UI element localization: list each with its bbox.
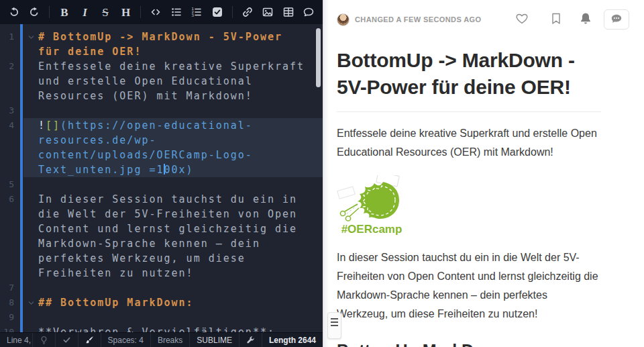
line-number: 2	[0, 59, 17, 74]
strikethrough-icon: S	[102, 7, 108, 18]
editor-pane: BISH123 1# BottomUp -> MarkDown - 5V-Pow…	[0, 0, 323, 347]
editor-line: und erstelle Open Educational	[23, 74, 323, 89]
fold-chevron-icon	[23, 236, 38, 251]
wrench-icon	[246, 336, 255, 344]
preview-pane: CHANGED A FEW SECONDS AGO BottomUp -> Ma…	[323, 0, 644, 347]
undo-icon	[9, 7, 19, 17]
line-number	[0, 133, 17, 148]
editor-row[interactable]: 10**Verwahren & Vervielfältigen**:	[0, 325, 323, 332]
toolbar-unordered-list-button[interactable]	[166, 3, 186, 21]
code-text: ## BottomUp MarkDown:	[38, 295, 194, 310]
active-line: Text_unten.jpg =100x)	[23, 162, 323, 177]
editor-scrollbar-thumb[interactable]	[316, 28, 321, 87]
code-editor[interactable]: 1# BottomUp -> MarkDown - 5V-Powerfür de…	[0, 24, 323, 332]
fold-chevron-icon	[23, 44, 38, 59]
toolbar-strikethrough-button[interactable]: S	[95, 3, 115, 21]
line-number: 7	[0, 281, 17, 295]
comments-button[interactable]	[604, 9, 629, 30]
line-number: 5	[0, 177, 17, 192]
check-list-icon	[212, 7, 223, 17]
editor-row[interactable]: 2Entfessele deine kreative Superkraft	[0, 59, 323, 74]
fold-chevron-icon	[23, 251, 38, 266]
editor-row[interactable]: 1# BottomUp -> MarkDown - 5V-Power	[0, 30, 323, 44]
fold-chevron-icon	[23, 177, 38, 192]
code-token: die Welt der 5V-Freiheiten von Open	[38, 208, 297, 220]
markdown-editor-app: BISH123 1# BottomUp -> MarkDown - 5V-Pow…	[0, 0, 644, 347]
toolbar-ordered-list-button[interactable]: 123	[187, 3, 207, 21]
code-token: **Verwahren & Vervielfältigen**:	[38, 326, 275, 332]
editor-row[interactable]: 4![](https://open-educational-	[0, 118, 323, 133]
toolbar-image-button[interactable]	[258, 3, 278, 21]
code-text: In dieser Session tauchst du ein in	[38, 192, 297, 207]
line-number	[0, 266, 17, 281]
editor-row[interactable]: Text_unten.jpg =100x)	[0, 162, 323, 177]
editor-line	[23, 177, 323, 192]
statusbar-theme[interactable]	[78, 333, 101, 347]
editor-row[interactable]: 6In dieser Session tauchst du ein in	[0, 192, 323, 207]
editor-row[interactable]: Freiheiten zu nutzen!	[0, 266, 323, 281]
like-button[interactable]	[515, 12, 529, 28]
redo-icon	[29, 7, 40, 17]
toolbar-comment-button[interactable]	[299, 3, 319, 21]
bookmark-icon	[549, 12, 563, 28]
editor-row[interactable]: perfektes Werkzeug, um diese	[0, 251, 323, 266]
last-changed-label: CHANGED A FEW SECONDS AGO	[355, 15, 481, 23]
editor-row[interactable]: 3	[0, 103, 323, 118]
code-text: content/uploads/OERCamp-Logo-	[38, 148, 253, 162]
editor-row[interactable]: die Welt der 5V-Freiheiten von Open	[0, 207, 323, 221]
editor-row[interactable]: content/uploads/OERCamp-Logo-	[0, 148, 323, 162]
code-icon	[150, 7, 161, 17]
bold-icon: B	[60, 7, 68, 18]
editor-row[interactable]: Content und lernst gleichzeitig die	[0, 221, 323, 236]
statusbar-settings[interactable]	[239, 333, 262, 347]
editor-line: In dieser Session tauchst du ein in	[23, 192, 323, 207]
line-number	[0, 207, 17, 221]
toolbar-bold-button[interactable]: B	[54, 3, 74, 21]
line-number: 1	[0, 30, 17, 44]
toolbar-table-button[interactable]	[278, 3, 299, 21]
line-number	[0, 148, 17, 162]
editor-row[interactable]: Markdown-Sprache kennen – dein	[0, 236, 323, 251]
toolbar-italic-button[interactable]: I	[75, 3, 95, 21]
document-title: BottomUp -> MarkDown - 5V-Power für dein…	[337, 47, 601, 112]
line-number	[0, 221, 17, 236]
statusbar-hint[interactable]	[33, 333, 56, 347]
code-text: die Welt der 5V-Freiheiten von Open	[38, 207, 297, 221]
editor-row[interactable]: resources.de/wp-	[0, 133, 323, 148]
toc-toggle-button[interactable]	[327, 312, 341, 339]
code-token: # BottomUp -> MarkDown - 5V-Power	[38, 31, 282, 43]
avatar[interactable]	[337, 13, 350, 26]
code-text: # BottomUp -> MarkDown - 5V-Power	[38, 30, 282, 44]
code-text: Text_unten.jpg =100x)	[38, 162, 194, 177]
editor-row[interactable]: 8## BottomUp MarkDown:	[0, 295, 323, 310]
line-number: 4	[0, 118, 17, 133]
toolbar-code-button[interactable]	[146, 3, 166, 21]
toolbar-link-button[interactable]	[237, 3, 258, 21]
bookmark-button[interactable]	[549, 12, 563, 28]
editor-row[interactable]: 7	[0, 281, 323, 295]
code-token: Content und lernst gleichzeitig die	[38, 223, 297, 235]
statusbar-spellcheck[interactable]	[56, 333, 78, 347]
fold-chevron-icon[interactable]	[23, 30, 38, 44]
toolbar-heading-button[interactable]: H	[116, 3, 136, 21]
comment-icon	[303, 7, 314, 17]
editor-row[interactable]: 9	[0, 310, 323, 325]
toolbar-check-list-button[interactable]	[207, 3, 227, 21]
editor-row[interactable]: und erstelle Open Educational	[0, 74, 323, 89]
toolbar-undo-button[interactable]	[4, 3, 24, 21]
editor-row[interactable]: 5	[0, 177, 323, 192]
toolbar-redo-button[interactable]	[25, 3, 45, 21]
editor-line: **Verwahren & Vervielfältigen**:	[23, 325, 323, 332]
fold-chevron-icon	[23, 162, 38, 177]
fold-chevron-icon[interactable]	[23, 295, 38, 310]
oercamp-logo-image	[337, 175, 404, 222]
lightbulb-icon	[40, 336, 48, 344]
code-text: Resources (OER) mit Markdown!	[38, 89, 253, 103]
editor-row[interactable]: Resources (OER) mit Markdown!	[0, 89, 323, 103]
notifications-button[interactable]	[579, 12, 592, 28]
editor-line	[23, 103, 323, 118]
fold-chevron-icon	[23, 59, 38, 74]
code-text: resources.de/wp-	[38, 133, 157, 148]
line-number	[0, 236, 17, 251]
editor-row[interactable]: für deine OER!	[0, 44, 323, 59]
